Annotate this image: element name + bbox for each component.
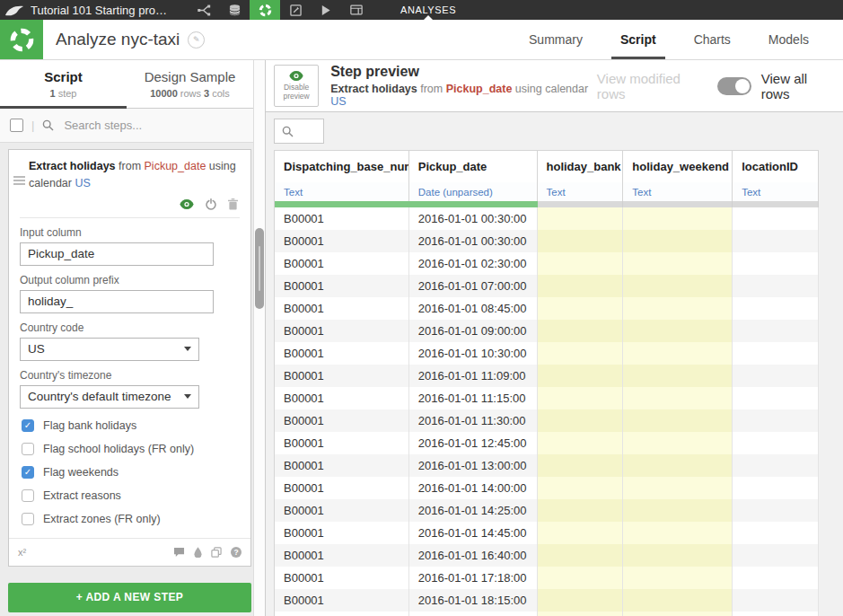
table-cell[interactable]	[623, 544, 733, 567]
view-all-rows-option[interactable]: View all rows	[761, 71, 836, 101]
table-cell[interactable]	[538, 567, 624, 589]
table-cell[interactable]: B00001	[275, 522, 409, 544]
table-cell[interactable]	[623, 252, 733, 275]
column-header[interactable]: locationID	[733, 151, 819, 182]
table-cell[interactable]	[733, 297, 819, 320]
tab-charts[interactable]: Charts	[692, 20, 733, 59]
table-cell[interactable]	[538, 499, 624, 522]
drag-handle-icon[interactable]	[13, 176, 25, 185]
checkbox[interactable]: ✓	[22, 466, 34, 479]
table-cell[interactable]	[733, 207, 819, 230]
table-cell[interactable]	[623, 522, 733, 544]
table-cell[interactable]	[733, 320, 819, 342]
table-cell[interactable]: B00001	[275, 477, 409, 499]
help-icon[interactable]: ?	[231, 547, 241, 558]
table-cell[interactable]: B00001	[275, 544, 409, 567]
table-cell[interactable]	[623, 499, 733, 522]
table-cell[interactable]	[623, 297, 733, 320]
color-droplet-icon[interactable]	[194, 547, 202, 558]
table-cell[interactable]	[623, 320, 733, 342]
table-cell[interactable]	[733, 612, 819, 616]
column-type[interactable]: Text	[275, 182, 409, 201]
rename-icon[interactable]: ✎	[188, 31, 205, 48]
column-type[interactable]: Text	[623, 182, 733, 201]
field-input[interactable]	[20, 290, 214, 313]
disable-step-icon[interactable]	[206, 198, 216, 210]
table-cell[interactable]	[538, 409, 624, 432]
table-cell[interactable]: B00001	[275, 342, 409, 365]
table-cell[interactable]: B00001	[275, 320, 409, 342]
table-cell[interactable]	[538, 544, 624, 567]
table-cell[interactable]: 2016-01-01 18:15:00	[409, 589, 538, 612]
notebooks-icon[interactable]	[280, 0, 311, 20]
table-cell[interactable]	[623, 432, 733, 454]
table-cell[interactable]	[733, 409, 819, 432]
table-cell[interactable]	[733, 432, 819, 454]
column-type[interactable]: Text	[733, 182, 819, 201]
select-all-checkbox[interactable]	[10, 119, 23, 132]
table-cell[interactable]	[538, 207, 624, 230]
disable-preview-button[interactable]: Disable preview	[274, 65, 319, 107]
comment-icon[interactable]	[173, 547, 185, 558]
table-cell[interactable]: B00001	[275, 454, 409, 477]
table-cell[interactable]	[538, 297, 624, 320]
table-cell[interactable]	[623, 230, 733, 252]
search-steps-input[interactable]	[62, 118, 243, 133]
table-cell[interactable]	[538, 522, 624, 544]
table-cell[interactable]: B00001	[275, 387, 409, 409]
dashboards-icon[interactable]	[341, 0, 372, 20]
table-cell[interactable]: B00001	[275, 365, 409, 387]
table-cell[interactable]: B00001	[275, 252, 409, 275]
table-cell[interactable]	[623, 207, 733, 230]
table-cell[interactable]: 2016-01-01 17:18:00	[409, 567, 538, 589]
table-cell[interactable]	[733, 454, 819, 477]
field-select[interactable]: US	[20, 338, 199, 361]
table-cell[interactable]: B00001	[275, 589, 409, 612]
table-cell[interactable]: B00001	[275, 499, 409, 522]
table-cell[interactable]: B00001	[275, 297, 409, 320]
table-cell[interactable]: B00001	[275, 567, 409, 589]
table-cell[interactable]: B00001	[275, 207, 409, 230]
table-cell[interactable]	[538, 454, 624, 477]
dataiku-logo[interactable]	[0, 4, 29, 16]
flow-icon[interactable]	[189, 0, 219, 20]
tab-script[interactable]: Script	[619, 20, 658, 59]
column-header[interactable]: Dispatching_base_num	[275, 151, 409, 182]
table-cell[interactable]: B00001	[275, 275, 409, 297]
field-select[interactable]: Country's default timezone	[20, 385, 199, 409]
analyses-icon[interactable]	[250, 0, 280, 20]
datasets-icon[interactable]	[219, 0, 250, 20]
checkbox[interactable]	[22, 489, 34, 502]
table-cell[interactable]: B00001	[275, 432, 409, 454]
table-cell[interactable]	[538, 477, 624, 499]
section-label-analyses[interactable]: ANALYSES	[393, 0, 463, 20]
table-cell[interactable]: B00001	[275, 409, 409, 432]
checkbox[interactable]	[22, 443, 34, 455]
tab-summary[interactable]: Summary	[527, 20, 584, 59]
column-header[interactable]: Pickup_date	[409, 151, 538, 182]
table-cell[interactable]	[623, 409, 733, 432]
checkbox[interactable]	[22, 513, 34, 525]
project-title[interactable]: Tutorial 101 Starting pro…	[31, 4, 181, 17]
table-cell[interactable]	[409, 612, 538, 616]
column-header[interactable]: holiday_weekend	[623, 151, 733, 182]
tab-models[interactable]: Models	[767, 20, 811, 59]
table-cell[interactable]	[538, 252, 624, 275]
table-cell[interactable]	[623, 589, 733, 612]
rows-toggle[interactable]	[717, 77, 751, 95]
table-cell[interactable]	[623, 454, 733, 477]
table-cell[interactable]	[733, 567, 819, 589]
table-cell[interactable]	[538, 320, 624, 342]
delete-step-icon[interactable]	[228, 198, 238, 210]
view-modified-rows-option[interactable]: View modified rows	[597, 71, 707, 101]
table-cell[interactable]	[538, 230, 624, 252]
table-cell[interactable]: 2016-01-01 02:30:00	[409, 252, 538, 275]
table-cell[interactable]	[733, 275, 819, 297]
table-cell[interactable]: 2016-01-01 16:40:00	[409, 544, 538, 567]
table-cell[interactable]	[733, 387, 819, 409]
table-cell[interactable]: 2016-01-01 12:45:00	[409, 432, 538, 454]
table-cell[interactable]: B00001	[275, 230, 409, 252]
table-cell[interactable]	[538, 589, 624, 612]
table-cell[interactable]: 2016-01-01 00:30:00	[409, 230, 538, 252]
table-cell[interactable]: 2016-01-01 14:00:00	[409, 477, 538, 499]
